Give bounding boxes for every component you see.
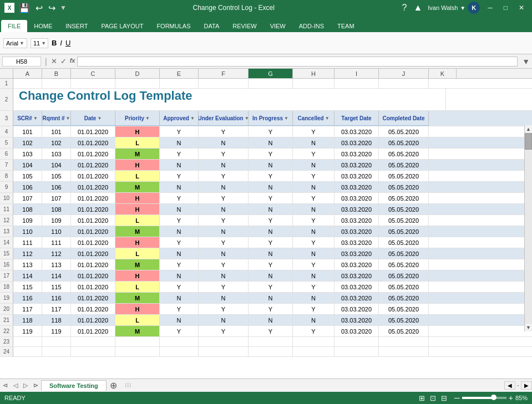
scroll-track-vertical[interactable] [525,133,532,324]
cell-priority-16[interactable]: M [115,259,160,270]
inprogress-dropdown-icon[interactable]: ▼ [284,116,288,121]
cell-priority-10[interactable]: H [115,193,160,203]
cell-undereval-12[interactable]: Y [199,215,249,226]
cell-completeddate-21[interactable]: 05.05.2020 [379,315,429,325]
cell-priority-6[interactable]: M [115,149,160,159]
cell-approved-5[interactable]: N [160,137,199,148]
cell-23f[interactable] [199,337,249,346]
cell-approved-16[interactable]: Y [160,259,199,270]
cell-completeddate-8[interactable]: 05.05.2020 [379,171,429,181]
cell-completeddate-12[interactable]: 05.05.2020 [379,215,429,226]
cell-24e[interactable] [160,347,199,356]
cell-approved-19[interactable]: N [160,293,199,303]
priority-dropdown-icon[interactable]: ▼ [145,116,150,121]
cell-23i[interactable] [335,337,379,346]
cell-priority-8[interactable]: L [115,171,160,181]
cell-approved-12[interactable]: Y [160,215,199,226]
vertical-scrollbar[interactable]: ▲ ▼ [524,125,532,331]
cell-date-12[interactable]: 01.01.2020 [71,215,115,226]
cell-approved-15[interactable]: N [160,248,199,259]
close-button[interactable]: ✕ [515,3,528,13]
cell-cancelled-21[interactable]: N [293,315,335,325]
cell-targetdate-22[interactable]: 03.03.2020 [335,326,379,336]
cell-date-20[interactable]: 01.01.2020 [71,304,115,314]
cell-priority-5[interactable]: L [115,137,160,148]
col-header-h[interactable]: H [293,69,335,78]
cell-cancelled-6[interactable]: Y [293,149,335,159]
h-scroll-left[interactable]: ◀ [504,381,515,390]
cell-scr-12[interactable]: 109 [13,215,42,226]
cell-b1[interactable] [42,79,71,88]
cell-rqmnt-6[interactable]: 103 [42,149,71,159]
cell-cancelled-18[interactable]: Y [293,282,335,292]
cell-cancelled-20[interactable]: Y [293,304,335,314]
horizontal-scroll-area[interactable]: ◀ ▶ [504,381,532,390]
cell-targetdate-11[interactable]: 03.03.2020 [335,204,379,214]
cell-scr-8[interactable]: 105 [13,171,42,181]
scr-dropdown-icon[interactable]: ▼ [33,116,38,121]
cell-date-17[interactable]: 01.01.2020 [71,270,115,281]
cell-date-14[interactable]: 01.01.2020 [71,237,115,248]
cell-undereval-8[interactable]: Y [199,171,249,181]
cell-reference-input[interactable] [2,57,41,67]
cell-undereval-5[interactable]: N [199,137,249,148]
cell-approved-6[interactable]: Y [160,149,199,159]
cell-priority-12[interactable]: L [115,215,160,226]
col-header-j[interactable]: J [379,69,429,78]
cell-approved-17[interactable]: N [160,270,199,281]
cell-targetdate-13[interactable]: 03.03.2020 [335,226,379,237]
cell-scr-14[interactable]: 111 [13,237,42,248]
cell-targetdate-7[interactable]: 03.03.2020 [335,160,379,170]
cell-date-13[interactable]: 01.01.2020 [71,226,115,237]
cell-date-22[interactable]: 01.01.2020 [71,326,115,336]
cell-priority-21[interactable]: L [115,315,160,325]
cell-cancelled-16[interactable]: Y [293,259,335,270]
cell-priority-19[interactable]: M [115,293,160,303]
cell-scr-9[interactable]: 106 [13,182,42,192]
scroll-up-arrow[interactable]: ▲ [525,125,532,133]
cell-23h[interactable] [293,337,335,346]
cell-undereval-22[interactable]: Y [199,326,249,336]
cell-priority-9[interactable]: M [115,182,160,192]
cell-date-7[interactable]: 01.01.2020 [71,160,115,170]
tab-insert[interactable]: INSERT [59,20,94,32]
cell-cancelled-10[interactable]: Y [293,193,335,203]
cell-inprogress-16[interactable]: Y [249,259,293,270]
page-break-view-button[interactable]: ⊟ [439,393,449,403]
cell-inprogress-14[interactable]: Y [249,237,293,248]
cell-inprogress-8[interactable]: Y [249,171,293,181]
cell-f1[interactable] [199,79,249,88]
cell-scr-4[interactable]: 101 [13,126,42,137]
cell-approved-11[interactable]: N [160,204,199,214]
cell-undereval-4[interactable]: Y [199,126,249,137]
cell-undereval-14[interactable]: Y [199,237,249,248]
cell-undereval-9[interactable]: N [199,182,249,192]
cell-rqmnt-7[interactable]: 104 [42,160,71,170]
cell-priority-14[interactable]: H [115,237,160,248]
cell-date-6[interactable]: 01.01.2020 [71,149,115,159]
cell-scr-7[interactable]: 104 [13,160,42,170]
cell-23j[interactable] [379,337,429,346]
normal-view-button[interactable]: ⊞ [417,393,427,403]
cell-undereval-21[interactable]: N [199,315,249,325]
cell-rqmnt-19[interactable]: 116 [42,293,71,303]
cell-24d[interactable] [115,347,160,356]
cell-j1[interactable] [379,79,429,88]
cell-inprogress-12[interactable]: Y [249,215,293,226]
cell-undereval-7[interactable]: N [199,160,249,170]
cell-scr-10[interactable]: 107 [13,193,42,203]
cell-scr-22[interactable]: 119 [13,326,42,336]
tab-add-ins[interactable]: ADD-INS [292,20,331,32]
cell-approved-9[interactable]: N [160,182,199,192]
cell-scr-18[interactable]: 115 [13,282,42,292]
cell-completeddate-14[interactable]: 05.05.2020 [379,237,429,248]
cell-scr-19[interactable]: 116 [13,293,42,303]
zoom-slider-thumb[interactable] [491,395,496,400]
cell-targetdate-18[interactable]: 03.03.2020 [335,282,379,292]
tab-file[interactable]: FILE [1,20,27,32]
cell-approved-14[interactable]: Y [160,237,199,248]
cell-targetdate-16[interactable]: 03.03.2020 [335,259,379,270]
cell-inprogress-22[interactable]: Y [249,326,293,336]
cell-undereval-18[interactable]: Y [199,282,249,292]
cell-inprogress-11[interactable]: N [249,204,293,214]
